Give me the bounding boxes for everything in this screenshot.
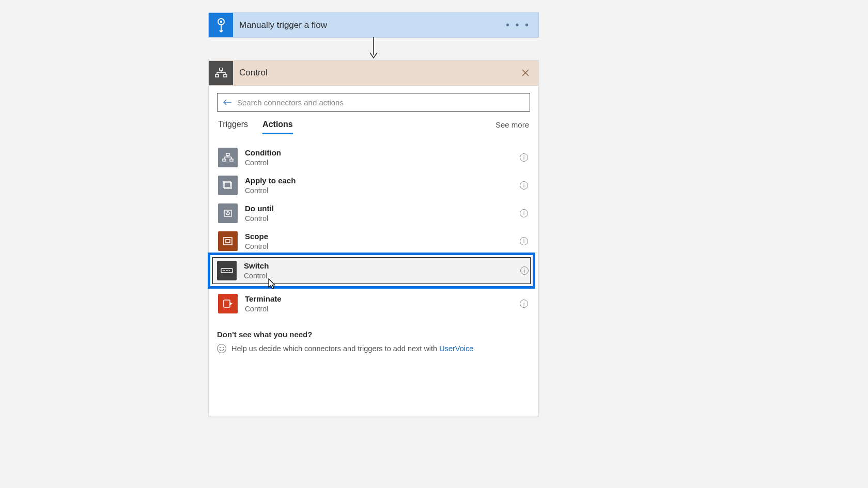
help-text: Help us decide which connectors and trig…	[231, 344, 437, 353]
uservoice-link[interactable]: UserVoice	[439, 344, 473, 353]
trigger-card[interactable]: Manually trigger a flow • • •	[208, 12, 539, 38]
back-button[interactable]	[223, 99, 232, 106]
see-more-link[interactable]: See more	[495, 120, 529, 134]
flow-arrow-icon	[366, 37, 381, 60]
switch-icon	[217, 261, 237, 280]
svg-rect-22	[224, 210, 231, 216]
action-subtitle: Control	[245, 242, 520, 250]
help-block: Don't see what you need? Help us decide …	[217, 330, 530, 353]
info-icon[interactable]: i	[520, 266, 529, 275]
info-icon[interactable]: i	[520, 181, 528, 190]
close-button[interactable]	[515, 62, 536, 84]
action-text: TerminateControl	[245, 294, 520, 313]
action-title: Apply to each	[245, 176, 520, 185]
panel-header: Control	[209, 60, 538, 86]
manual-trigger-icon	[209, 13, 233, 37]
svg-point-1	[220, 20, 222, 22]
svg-rect-24	[226, 240, 230, 243]
trigger-label: Manually trigger a flow	[233, 20, 506, 30]
terminate-icon	[218, 294, 238, 313]
smile-icon	[217, 344, 226, 353]
svg-rect-13	[226, 153, 229, 155]
action-text: SwitchControl	[244, 261, 527, 280]
search-input[interactable]	[237, 98, 524, 107]
condition-icon	[218, 148, 238, 167]
close-icon	[521, 69, 530, 77]
action-terminate[interactable]: TerminateControli	[217, 290, 530, 318]
help-question: Don't see what you need?	[217, 330, 530, 339]
highlight-inner: SwitchControl	[212, 257, 531, 284]
action-title: Scope	[245, 232, 520, 241]
do-until-icon	[218, 203, 238, 223]
svg-rect-3	[220, 68, 223, 70]
action-scope[interactable]: ScopeControli	[217, 227, 530, 255]
svg-rect-8	[215, 74, 219, 77]
control-panel: Control Trigger	[208, 60, 539, 416]
action-subtitle: Control	[245, 186, 520, 195]
action-title: Terminate	[245, 294, 520, 304]
help-line: Help us decide which connectors and trig…	[217, 344, 530, 353]
trigger-more-button[interactable]: • • •	[506, 19, 538, 31]
action-subtitle: Control	[245, 159, 520, 167]
info-icon[interactable]: i	[520, 153, 528, 162]
tab-triggers[interactable]: Triggers	[218, 120, 248, 134]
svg-rect-9	[224, 74, 227, 77]
control-icon	[209, 61, 233, 85]
action-text: Do untilControl	[245, 204, 520, 223]
search-box	[217, 93, 530, 112]
action-subtitle: Control	[244, 272, 527, 280]
svg-rect-18	[223, 159, 226, 161]
action-title: Condition	[245, 148, 520, 158]
action-text: Apply to eachControl	[245, 176, 520, 195]
tabs-row: Triggers Actions See more	[217, 120, 530, 134]
svg-rect-25	[221, 269, 233, 273]
action-title: Do until	[245, 204, 520, 213]
action-subtitle: Control	[245, 305, 520, 313]
action-subtitle: Control	[245, 214, 520, 223]
scope-icon	[218, 231, 238, 251]
apply-to-each-icon	[218, 176, 238, 195]
action-text: ConditionControl	[245, 148, 520, 167]
highlight-box: SwitchControli	[208, 253, 535, 289]
svg-rect-23	[224, 238, 232, 245]
action-condition[interactable]: ConditionControli	[217, 144, 530, 171]
actions-list: ConditionControliApply to eachControliDo…	[217, 144, 530, 318]
action-do-until[interactable]: Do untilControli	[217, 199, 530, 227]
arrow-left-icon	[223, 99, 232, 106]
action-apply-to-each[interactable]: Apply to eachControli	[217, 171, 530, 199]
svg-rect-31	[224, 300, 230, 307]
info-icon[interactable]: i	[520, 209, 528, 217]
info-icon[interactable]: i	[520, 300, 528, 308]
tab-actions[interactable]: Actions	[262, 120, 293, 134]
action-title: Switch	[244, 261, 527, 271]
svg-rect-19	[230, 159, 233, 161]
info-icon[interactable]: i	[520, 237, 528, 245]
action-switch[interactable]: SwitchControl	[213, 258, 530, 284]
action-text: ScopeControl	[245, 232, 520, 250]
panel-title: Control	[233, 68, 515, 78]
